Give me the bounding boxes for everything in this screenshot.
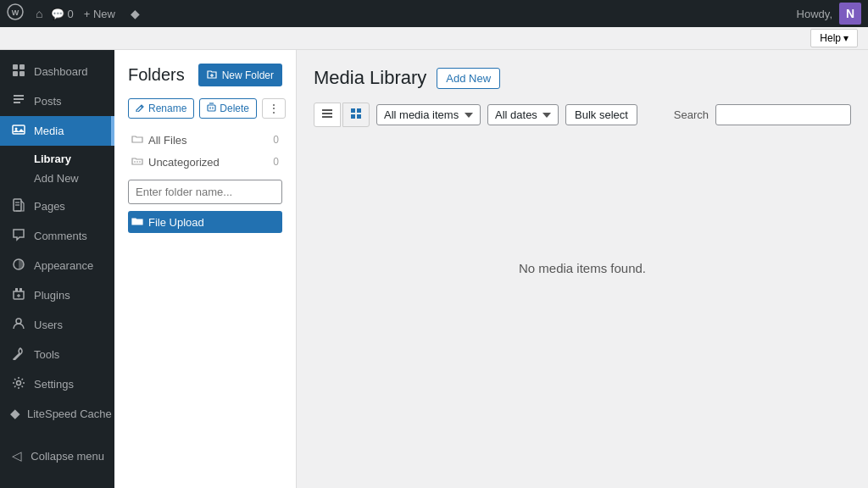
sidebar-item-label: Pages [34,200,65,213]
sidebar: Dashboard Posts Media Library Add New [0,50,114,488]
svg-rect-26 [322,109,332,111]
sidebar-item-label: Tools [34,348,59,361]
media-type-filter[interactable]: All media items [376,104,481,125]
comments-icon [10,228,27,244]
help-button[interactable]: Help ▾ [810,29,858,47]
folder-item-all-files[interactable]: All Files 0 [128,129,282,151]
help-arrow-icon: ▾ [843,32,849,44]
search-input[interactable] [715,104,851,125]
sidebar-item-appearance[interactable]: Appearance [0,251,114,280]
svg-rect-2 [13,64,18,69]
settings-icon [10,376,27,392]
bulk-select-button[interactable]: Bulk select [565,104,637,125]
search-label: Search [674,108,709,121]
svg-rect-28 [322,116,332,118]
sidebar-item-label: Media [34,125,64,137]
tools-icon [10,347,27,363]
sidebar-item-label: Users [34,319,63,331]
add-new-button[interactable]: Add New [437,68,500,89]
grid-view-button[interactable] [342,103,370,127]
more-actions-button[interactable]: ⋮ [262,98,286,119]
sidebar-item-label: Comments [34,230,87,242]
empty-text: No media items found. [519,261,646,275]
sidebar-item-label: LiteSpeed Cache [27,408,112,420]
home-icon[interactable]: ⌂ [31,3,47,24]
date-filter[interactable]: All dates [487,104,559,125]
comment-count-area[interactable]: 💬 0 [51,8,73,20]
sidebar-sub-addnew[interactable]: Add New [27,169,114,188]
sidebar-sub-library[interactable]: Library [27,149,114,169]
view-toggle [314,103,370,127]
users-icon [10,317,27,333]
sidebar-item-media[interactable]: Media [0,116,114,146]
active-indicator [111,116,114,146]
media-toolbar: All media items All dates Bulk select Se… [314,103,851,127]
folders-title: Folders [128,65,185,85]
new-label: + New [84,8,115,20]
media-library-title: Media Library [314,67,426,89]
sidebar-item-label: Appearance [34,259,93,272]
delete-button[interactable]: Delete [199,98,257,119]
add-new-label: Add New [446,72,491,85]
sidebar-item-pages[interactable]: Pages [0,191,114,221]
sidebar-item-users[interactable]: Users [0,310,114,340]
svg-point-16 [16,319,21,324]
svg-rect-6 [13,125,25,134]
collapse-icon: ◁ [10,448,24,463]
new-folder-icon [207,69,217,81]
sidebar-item-label: Settings [34,378,74,391]
sidebar-item-dashboard[interactable]: Dashboard [0,57,114,86]
rename-button[interactable]: Rename [128,98,194,119]
sidebar-item-litespeed[interactable]: ◆ LiteSpeed Cache [0,399,114,428]
howdy-label: Howdy, [797,8,832,20]
delete-label: Delete [220,103,249,114]
plugins-icon [10,287,27,303]
folder-name-input[interactable] [128,180,282,204]
new-folder-button[interactable]: New Folder [198,64,282,86]
svg-rect-5 [19,71,25,76]
topbar: W ⌂ 💬 0 + New ◆ Howdy, N [0,0,868,27]
sidebar-item-posts[interactable]: Posts [0,86,114,116]
help-label: Help [820,32,841,44]
folder-item-file-upload[interactable]: File Upload [128,211,282,233]
folder-item-uncategorized[interactable]: Uncategorized 0 [128,151,282,173]
svg-text:W: W [12,8,19,17]
main-layout: Dashboard Posts Media Library Add New [0,50,868,488]
svg-rect-27 [322,113,332,114]
svg-rect-30 [357,108,361,113]
sidebar-item-plugins[interactable]: Plugins [0,280,114,310]
diamond-icon[interactable]: ◆ [125,3,145,24]
media-header: Media Library Add New [314,67,851,89]
comment-icon: 💬 [51,8,64,20]
rename-label: Rename [148,103,186,114]
media-icon [10,123,27,139]
topbar-center: 💬 0 + New ◆ [51,3,144,24]
folder-icon-all [131,133,143,147]
new-button[interactable]: + New [84,8,115,20]
svg-rect-32 [357,114,361,119]
delete-icon [207,103,216,114]
sidebar-item-label: Dashboard [34,65,88,78]
list-view-button[interactable] [314,103,341,127]
folder-list: All Files 0 Uncategorized 0 [128,129,282,233]
sidebar-item-tools[interactable]: Tools [0,340,114,369]
collapse-label: Collapse menu [31,450,104,463]
more-icon: ⋮ [268,102,280,115]
sidebar-item-comments[interactable]: Comments [0,221,114,251]
avatar[interactable]: N [839,3,861,25]
new-folder-label: New Folder [222,69,274,81]
sidebar-item-label: Posts [34,95,62,108]
wp-logo[interactable]: W [7,3,24,25]
appearance-icon [10,258,27,274]
media-empty-message: No media items found. [314,141,851,395]
all-files-count: 0 [273,134,279,146]
litespeed-icon: ◆ [10,406,20,421]
media-submenu: Library Add New [0,146,114,191]
collapse-menu-button[interactable]: ◁ Collapse menu [0,441,114,470]
sidebar-item-settings[interactable]: Settings [0,369,114,399]
comment-count: 0 [67,8,73,20]
svg-rect-21 [208,105,215,111]
rename-icon [136,103,145,114]
folders-panel: Folders New Folder Rename [114,50,297,488]
file-upload-label: File Upload [148,216,204,229]
